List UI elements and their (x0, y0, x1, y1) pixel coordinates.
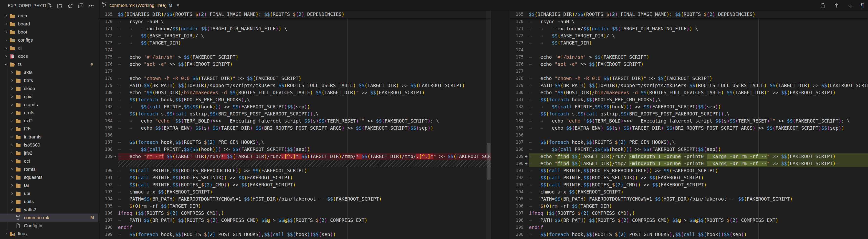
code-line[interactable]: 180→ echo "$$(HOST_DIR)/bin/makedevs -d … (509, 89, 868, 96)
chevron-right-icon[interactable]: › (3, 21, 9, 26)
removed-code-line[interactable]: 189-→ echo "rm -rf $$(TARGET_DIR)/run/* … (98, 153, 491, 160)
code-line[interactable]: 174 (509, 47, 868, 54)
code-line[interactable]: 181→ $$(foreach hook,$$(ROOTFS_PRE_CMD_H… (98, 96, 491, 103)
code-line[interactable]: 187→ $$(foreach hook,$$(ROOTFS_$(2)_PRE_… (509, 139, 868, 146)
chevron-right-icon[interactable]: › (9, 166, 15, 172)
code-line[interactable]: 195→ PATH=$$(BR_PATH) FAKEROOTDONTTRYCHO… (509, 195, 868, 203)
code-line[interactable]: 198endif (98, 224, 491, 231)
diff-sash[interactable] (491, 11, 509, 239)
chevron-right-icon[interactable]: › (9, 150, 15, 156)
code-line[interactable]: 184→ → echo "echo '$$(TERM_BOLD)>>> Exec… (98, 117, 491, 125)
code-line[interactable]: 194→ PATH=$$(BR_PATH) FAKEROOTDONTTRYCHO… (98, 195, 491, 203)
code-line[interactable]: 200→ $$(foreach hook,$$(ROOTFS_$(2)_POST… (509, 231, 868, 238)
chevron-right-icon[interactable]: › (9, 126, 15, 131)
code-line[interactable]: 187→ $$(foreach hook,$$(ROOTFS_$(2)_PRE_… (98, 139, 491, 146)
tree-item-boot[interactable]: ›boot (0, 28, 98, 36)
code-line[interactable]: 185→ → echo $$(EXTRA_ENV) $$(s) $$(TARGE… (509, 125, 868, 132)
code-line[interactable]: 180→ echo "$$(HOST_DIR)/bin/makedevs -d … (98, 89, 491, 96)
tree-item-cramfs[interactable]: ›cramfs (0, 101, 98, 109)
tree-item-linux[interactable]: ›linux (0, 230, 98, 238)
code-line[interactable]: 176→ echo "set -e" >> $$(FAKEROOT_SCRIPT… (509, 61, 868, 68)
code-line[interactable]: 181→ $$(foreach hook,$$(ROOTFS_PRE_CMD_H… (509, 96, 868, 103)
code-line[interactable]: 185→ → echo $$(EXTRA_ENV) $$(s) $$(TARGE… (98, 125, 491, 132)
chevron-right-icon[interactable]: › (3, 231, 9, 236)
code-line[interactable]: 197→ PATH=$$(BR_PATH) $$(ROOTFS_$(2)_COM… (98, 217, 491, 224)
code-line[interactable]: 191→ $$(call PRINTF,$$(ROOTFS_SELINUX)) … (98, 174, 491, 181)
tree-item-axfs[interactable]: ›axfs (0, 68, 98, 76)
code-line[interactable]: 199→ $$(foreach hook,$$(ROOTFS_$(2)_POST… (98, 231, 491, 238)
code-line[interactable]: 196→ $(Q)rm -rf $$(TARGET_DIR) (509, 203, 868, 210)
code-line[interactable]: 186 (98, 132, 491, 139)
chevron-right-icon[interactable]: › (3, 37, 9, 43)
tree-item-config-in[interactable]: Config.in (0, 222, 98, 230)
chevron-right-icon[interactable]: › (9, 198, 15, 204)
code-line[interactable]: 176→ echo "set -e" >> $$(FAKEROOT_SCRIPT… (98, 61, 491, 68)
tree-item-fs[interactable]: ›fs (0, 60, 98, 68)
code-line[interactable]: 192→ $$(call PRINTF,$$(ROOTFS_$(2)_CMD))… (98, 181, 491, 188)
code-line[interactable]: 174 (98, 47, 491, 54)
chevron-right-icon[interactable]: › (9, 142, 15, 148)
code-line[interactable]: 200 (98, 238, 491, 239)
code-line[interactable]: 172→ → $$(BASE_TARGET_DIR)/ \ (98, 32, 491, 39)
tree-item-oci[interactable]: ›oci (0, 157, 98, 165)
chevron-right-icon[interactable]: › (9, 85, 15, 91)
code-line[interactable]: 191→ $$(call PRINTF,$$(ROOTFS_REPRODUCIB… (509, 167, 868, 174)
tree-item-romfs[interactable]: ›romfs (0, 165, 98, 173)
chevron-right-icon[interactable]: › (9, 77, 15, 83)
tree-item-board[interactable]: ›board (0, 20, 98, 28)
code-line[interactable]: 170→ rsync -auH \ (98, 18, 491, 25)
tree-item-ext2[interactable]: ›ext2 (0, 117, 98, 125)
chevron-right-icon[interactable]: › (3, 13, 9, 18)
code-line[interactable]: 173→ → $$(TARGET_DIR) (509, 39, 868, 47)
new-folder-icon[interactable] (57, 3, 63, 9)
code-line[interactable]: 171→ → --exclude=/$$(notdir $$(TARGET_DI… (98, 25, 491, 32)
code-line[interactable]: 179→ PATH=$$(BR_PATH) $$(TOPDIR)/support… (98, 82, 491, 89)
code-line[interactable]: 197ifneq ($$(ROOTFS_$(2)_COMPRESS_CMD),) (509, 210, 868, 217)
chevron-right-icon[interactable]: › (9, 158, 15, 164)
tree-item-common-mk[interactable]: common.mkM (0, 214, 98, 222)
code-line[interactable]: 170→ rsync -auH \ (509, 18, 868, 25)
tree-item-btrfs[interactable]: ›btrfs (0, 76, 98, 84)
chevron-right-icon[interactable]: › (3, 29, 9, 34)
next-change-icon[interactable] (846, 2, 854, 9)
tree-item-configs[interactable]: ›configs (0, 36, 98, 44)
code-line[interactable]: 183→ $$(foreach s,$$(call qstrip,$$(BR2_… (98, 110, 491, 117)
close-icon[interactable]: × (176, 3, 180, 8)
tree-item-tar[interactable]: ›tar (0, 181, 98, 189)
tree-item-arch[interactable]: ›arch (0, 12, 98, 20)
tree-item-dl[interactable]: ›dl (0, 44, 98, 52)
code-line[interactable]: 193→ chmod a+x $$(FAKEROOT_SCRIPT) (98, 188, 491, 195)
open-file-icon[interactable] (819, 2, 826, 9)
chevron-right-icon[interactable]: › (9, 174, 15, 180)
collapse-all-icon[interactable] (78, 3, 84, 9)
tree-item-ubi[interactable]: ›ubi (0, 189, 98, 197)
chevron-right-icon[interactable]: › (9, 207, 15, 212)
chevron-right-icon[interactable]: › (9, 134, 15, 139)
chevron-right-icon[interactable]: › (9, 190, 15, 196)
code-line[interactable]: 177 (98, 68, 491, 75)
tree-item-f2fs[interactable]: ›f2fs (0, 125, 98, 133)
chevron-right-icon[interactable]: › (9, 102, 15, 107)
chevron-right-icon[interactable]: › (3, 53, 9, 59)
code-line[interactable]: 190→ $$(call PRINTF,$$(ROOTFS_REPRODUCIB… (98, 167, 491, 174)
code-line[interactable]: 182→ → $$(call PRINTF,$$($$(hook))) >> $… (98, 103, 491, 110)
code-line[interactable]: 195→ $(Q)rm -rf $$(TARGET_DIR) (98, 203, 491, 210)
chevron-right-icon[interactable]: › (9, 94, 15, 99)
added-code-line[interactable]: 189+→ echo "find $$(TARGET_DIR)/run/ -mi… (509, 153, 868, 160)
tree-item-squashfs[interactable]: ›squashfs (0, 173, 98, 181)
more-actions-icon[interactable] (88, 3, 94, 9)
new-file-icon[interactable] (46, 3, 53, 9)
code-line[interactable]: 192→ $$(call PRINTF,$$(ROOTFS_SELINUX)) … (509, 174, 868, 181)
toggle-whitespace-icon[interactable]: ¶ (860, 2, 864, 9)
code-line[interactable]: 193→ $$(call PRINTF,$$(ROOTFS_$(2)_CMD))… (509, 181, 868, 188)
scrollbar[interactable] (486, 11, 491, 239)
code-line[interactable]: 175→ echo '#!/bin/sh' > $$(FAKEROOT_SCRI… (509, 54, 868, 61)
chevron-down-icon[interactable]: › (3, 61, 9, 68)
code-line[interactable]: 188→ → $$(call PRINTF,$$($$(hook))) >> $… (509, 146, 868, 153)
refresh-icon[interactable] (67, 3, 73, 9)
tree-item-ubifs[interactable]: ›ubifs (0, 197, 98, 206)
previous-change-icon[interactable] (833, 2, 840, 9)
code-line[interactable]: 183→ $$(foreach s,$$(call qstrip,$$(BR2_… (509, 110, 868, 117)
tree-item-initramfs[interactable]: ›initramfs (0, 133, 98, 141)
code-line[interactable]: 199endif (509, 224, 868, 231)
